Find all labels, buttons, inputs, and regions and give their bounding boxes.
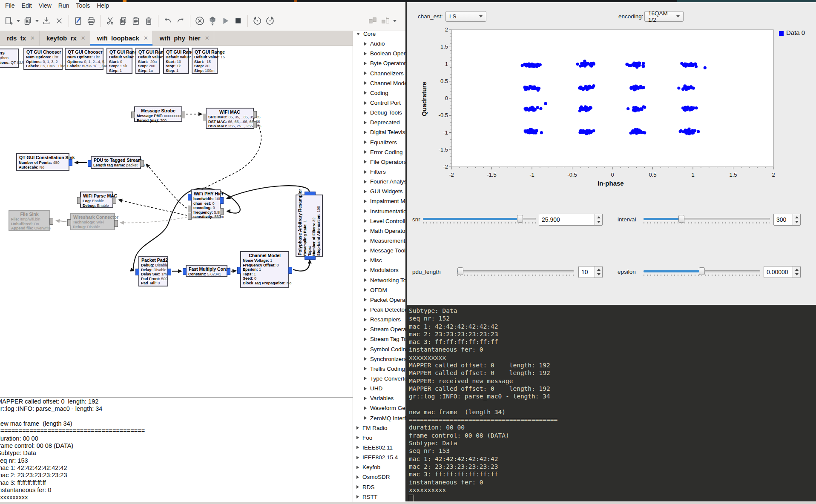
spinbox-buttons[interactable] xyxy=(793,266,800,278)
chevron-right-icon[interactable] xyxy=(364,308,367,312)
chevron-right-icon[interactable] xyxy=(364,407,367,410)
block-channel-model[interactable]: Channel ModelNoise Voltage: 1Frequency O… xyxy=(240,251,289,288)
save-icon[interactable] xyxy=(40,14,53,28)
chevron-right-icon[interactable] xyxy=(356,446,359,449)
block-phy-hier[interactable]: WiFi PHY Hierbandwidth: 10Mchan_est: 0en… xyxy=(191,189,221,218)
slider-handle-snr[interactable] xyxy=(517,215,523,223)
chevron-right-icon[interactable] xyxy=(364,416,367,420)
spinbox-buttons[interactable] xyxy=(595,266,602,278)
caret-icon[interactable] xyxy=(392,14,398,28)
chevron-right-icon[interactable] xyxy=(364,190,367,193)
spin-down-icon[interactable] xyxy=(795,221,799,223)
chevron-right-icon[interactable] xyxy=(364,121,367,124)
chevron-right-icon[interactable] xyxy=(364,367,367,370)
chevron-right-icon[interactable] xyxy=(364,338,367,341)
spin-down-icon[interactable] xyxy=(597,221,601,223)
block-range1[interactable]: QT GUI RangeDefault Value: 10Start: 0Sto… xyxy=(106,48,132,74)
library-item-stream-tag-tools[interactable]: Stream Tag Tools xyxy=(353,334,406,344)
block-range2[interactable]: QT GUI RangeDefault Value: 0Start: -20uS… xyxy=(135,48,160,74)
library-item-impairment-models[interactable]: Impairment Models xyxy=(353,196,406,206)
block-packet-pad2[interactable]: Packet Pad2Debug: DisableDelay: DisableD… xyxy=(138,256,168,286)
chevron-right-icon[interactable] xyxy=(364,91,367,94)
chevron-right-icon[interactable] xyxy=(364,200,367,203)
cut-icon[interactable] xyxy=(104,14,117,28)
chevron-right-icon[interactable] xyxy=(356,475,359,479)
menu-help[interactable]: Help xyxy=(93,1,112,10)
chevron-right-icon[interactable] xyxy=(356,485,359,489)
menu-file[interactable]: File xyxy=(2,1,18,10)
chevron-right-icon[interactable] xyxy=(364,387,367,390)
undo-icon[interactable] xyxy=(161,14,174,28)
tab-rds_tx[interactable]: rds_tx✕ xyxy=(0,31,40,46)
close-icon[interactable] xyxy=(53,14,66,28)
new-flowgraph-icon[interactable] xyxy=(3,14,15,28)
library-item-uhd[interactable]: UHD xyxy=(353,384,406,393)
chevron-right-icon[interactable] xyxy=(364,328,367,331)
library-item-file-operators[interactable]: File Operators xyxy=(353,157,406,167)
block-pdu-to-ts[interactable]: PDU to Tagged StreamLength tag name: pac… xyxy=(91,156,141,169)
library-item-modulators[interactable]: Modulators xyxy=(353,265,406,275)
chevron-right-icon[interactable] xyxy=(364,269,367,272)
chevron-right-icon[interactable] xyxy=(364,180,367,183)
slider-handle-epsilon[interactable] xyxy=(699,267,705,275)
flowgraph-canvas[interactable]: OptionsLanguage: PythonGenerate Options:… xyxy=(0,46,353,397)
library-item-ofdm[interactable]: OFDM xyxy=(353,285,406,295)
block-parse-mac[interactable]: WiFi Parse MACLog: EnableDebug: Enable xyxy=(80,192,113,208)
reload-icon[interactable] xyxy=(251,14,264,28)
library-item-control-port[interactable]: Control Port xyxy=(353,98,406,108)
chevron-right-icon[interactable] xyxy=(364,140,367,144)
library-item-math-operators[interactable]: Math Operators xyxy=(353,226,406,236)
menu-edit[interactable]: Edit xyxy=(18,1,35,10)
tab-close-icon[interactable]: ✕ xyxy=(205,35,210,41)
library-item-misc[interactable]: Misc xyxy=(353,255,406,265)
chevron-right-icon[interactable] xyxy=(364,288,367,292)
block-chooser1[interactable]: QT GUI ChooserNum Options: ListOptions: … xyxy=(23,48,63,70)
chevron-right-icon[interactable] xyxy=(364,318,367,321)
library-item-foo[interactable]: Foo xyxy=(353,433,406,443)
block-message-strobe[interactable]: Message StrobeMessage PMT: xxxxxxxxxxPer… xyxy=(134,106,182,122)
library-item-stream-operators[interactable]: Stream Operators xyxy=(353,324,406,334)
library-item-networking-tools[interactable]: Networking Tools xyxy=(353,275,406,285)
library-item-coding[interactable]: Coding xyxy=(353,88,406,98)
library-item-instrumentation[interactable]: Instrumentation xyxy=(353,206,406,216)
chevron-right-icon[interactable] xyxy=(364,397,367,400)
library-item-type-converters[interactable]: Type Converters xyxy=(353,374,406,384)
tab-wifi_loopback[interactable]: wifi_loopback✕ xyxy=(90,31,153,46)
block-range4[interactable]: QT GUI RangeDefault Value: 15Start: -15S… xyxy=(192,48,218,74)
spinbox-buttons[interactable] xyxy=(595,214,602,225)
chevron-right-icon[interactable] xyxy=(356,436,359,439)
chevron-right-icon[interactable] xyxy=(356,495,359,498)
chevron-right-icon[interactable] xyxy=(364,249,367,252)
library-item-waveform-generators[interactable]: Waveform Generators xyxy=(353,403,406,413)
chevron-right-icon[interactable] xyxy=(364,219,367,223)
chevron-right-icon[interactable] xyxy=(364,170,367,174)
tab-keyfob_rx[interactable]: keyfob_rx✕ xyxy=(40,31,90,46)
block-range3[interactable]: QT GUI RangeDefault Value: 300Start: 10S… xyxy=(163,48,189,74)
chevron-right-icon[interactable] xyxy=(364,357,367,361)
library-item-zeromq-interfaces[interactable]: ZeroMQ Interfaces xyxy=(353,413,406,423)
library-item-keyfob[interactable]: Keyfob xyxy=(353,462,406,472)
slider-pdu_length[interactable] xyxy=(457,270,574,272)
library-item-audio[interactable]: Audio xyxy=(353,39,406,49)
slider-handle-pdu_length[interactable] xyxy=(457,267,463,275)
duplicate-icon[interactable] xyxy=(21,14,34,28)
library-item-peak-detectors[interactable]: Peak Detectors xyxy=(353,305,406,315)
chevron-right-icon[interactable] xyxy=(364,42,367,46)
block-chooser2[interactable]: QT GUI ChooserNum Options: ListOptions: … xyxy=(65,48,103,70)
spin-up-icon[interactable] xyxy=(597,269,601,271)
cancel-icon[interactable] xyxy=(193,14,206,28)
tab-close-icon[interactable]: ✕ xyxy=(30,35,35,41)
paste-icon[interactable] xyxy=(129,14,142,28)
spinbox-buttons[interactable] xyxy=(793,214,800,225)
generate-icon[interactable] xyxy=(206,14,219,28)
chevron-right-icon[interactable] xyxy=(364,229,367,232)
library-item-level-controllers[interactable]: Level Controllers xyxy=(353,216,406,226)
library-item-equalizers[interactable]: Equalizers xyxy=(353,137,406,147)
library-item-channel-models[interactable]: Channel Models xyxy=(353,78,406,88)
chevron-right-icon[interactable] xyxy=(364,101,367,105)
redo-icon[interactable] xyxy=(174,14,187,28)
print-icon[interactable] xyxy=(85,14,98,28)
rotate-blocks-icon[interactable] xyxy=(379,14,392,28)
library-item-packet-operators[interactable]: Packet Operators xyxy=(353,295,406,305)
block-options[interactable]: OptionsLanguage: PythonGenerate Options:… xyxy=(0,49,19,68)
